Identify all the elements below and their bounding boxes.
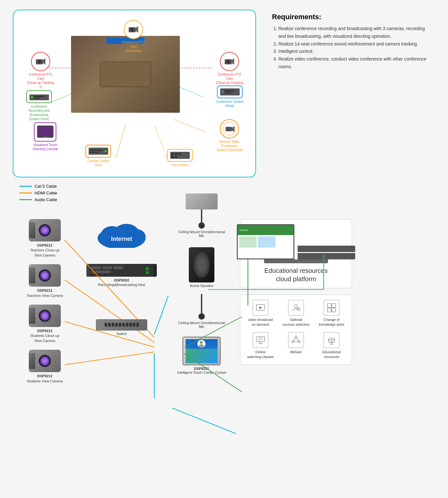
camera-lens-1 <box>39 224 51 236</box>
svg-rect-62 <box>91 271 110 273</box>
speaker-device <box>189 247 214 282</box>
camera-lens-3 <box>39 310 51 322</box>
video-broadcast-label: video broadcaston demand <box>248 317 273 327</box>
mic-base-top <box>186 193 218 209</box>
cam-closeup2-node: Conference PTZ Cam(Close-up Tracking 2) <box>215 52 244 89</box>
camera-item-4: DSP9212Students View Camera <box>13 350 77 384</box>
edu-resources-icon <box>324 332 340 348</box>
camera-body-2 <box>29 264 61 287</box>
svg-rect-22 <box>38 127 52 136</box>
touch-panel-device <box>182 337 221 365</box>
courses-label: Optimalcourses selection <box>283 317 310 327</box>
speaker-group: Active Speaker <box>189 247 214 288</box>
svg-rect-23 <box>43 136 48 138</box>
cloud-platform-title: Educational resourcescloud platform <box>245 266 347 283</box>
edu-resources-label: Educationalresources <box>322 350 341 360</box>
svg-point-63 <box>146 267 149 270</box>
recording-host-label: DSP9202Recording&Broadcasting Host <box>98 278 145 287</box>
laptop-base <box>264 259 328 263</box>
svg-point-13 <box>38 60 41 63</box>
svg-rect-74 <box>332 304 336 307</box>
camera-label-2: DSP9212Teachers View Camera <box>27 288 63 298</box>
requirement-1: Realize conference recording and broadca… <box>278 25 429 40</box>
touch-screen <box>186 339 218 363</box>
svg-point-66 <box>199 344 204 348</box>
video-matrix-node: Video Matrix <box>167 149 193 167</box>
camera-label-1: DSP9212Teachers Close-upShot Camera <box>30 243 60 258</box>
svg-rect-39 <box>171 156 174 158</box>
camera-body-3 <box>29 305 61 327</box>
svg-line-5 <box>173 119 205 132</box>
svg-marker-12 <box>43 58 45 65</box>
svg-point-32 <box>105 150 107 152</box>
speaker-cone <box>194 252 210 278</box>
cameras-column: DSP9212Teachers Close-upShot Camera DSP9… <box>13 193 77 384</box>
conference-diagram: Conference PTZ Cam(Panorama) Conference … <box>20 17 250 170</box>
svg-marker-15 <box>232 58 234 65</box>
svg-rect-75 <box>327 308 331 312</box>
feature-courses: Optimalcourses selection <box>281 300 311 327</box>
col4-inner: Website <box>237 219 352 365</box>
svg-line-4 <box>180 87 202 97</box>
recording-host-node: Conference Recording andBroadcasting Sys… <box>25 90 53 121</box>
mshare-label: Mshare <box>290 350 302 355</box>
col4: Website <box>237 193 352 365</box>
svg-rect-33 <box>90 150 102 151</box>
svg-marker-9 <box>136 26 138 33</box>
svg-marker-68 <box>259 306 262 309</box>
svg-rect-37 <box>175 153 177 155</box>
top-section: Conference PTZ Cam(Panorama) Conference … <box>0 0 448 184</box>
camera-item-3: DSP9212Students Close-upShot Camera <box>13 305 77 343</box>
svg-point-64 <box>146 271 149 274</box>
svg-line-87 <box>296 338 299 341</box>
conference-diagram-box: Conference PTZ Cam(Panorama) Conference … <box>13 10 256 177</box>
cloud-platform-box: Website <box>240 219 352 288</box>
svg-point-84 <box>292 341 294 343</box>
bottom-section: Cat-5 Cable HDMI Cable Audio Cable <box>0 184 448 485</box>
cat5-line <box>19 186 32 187</box>
switch-group: Switch <box>96 319 147 336</box>
camera-body-1 <box>29 219 61 241</box>
svg-marker-30 <box>232 126 235 132</box>
svg-point-16 <box>227 60 230 63</box>
recording-host-device <box>86 264 157 277</box>
requirements-box: Requirements: Realize conference recordi… <box>266 10 435 74</box>
svg-rect-40 <box>175 156 177 158</box>
feature-watching: Onlinewatching classes <box>245 332 276 360</box>
mshare-icon <box>288 332 304 348</box>
camera-label-3: DSP9212Students Close-upShot Camera <box>30 329 60 343</box>
svg-marker-92 <box>331 340 332 342</box>
features-box: video broadcaston demand <box>240 295 352 365</box>
requirements-title: Requirements: <box>272 13 429 21</box>
svg-point-18 <box>31 96 33 98</box>
requirement-3: Intelligent control. <box>278 48 429 55</box>
bottom-wrapper: DSP9212Teachers Close-upShot Camera DSP9… <box>13 190 435 478</box>
svg-rect-20 <box>34 98 40 99</box>
camera-body-4 <box>29 350 61 372</box>
video-broadcast-icon <box>252 300 268 316</box>
courses-icon <box>288 300 304 316</box>
svg-text:Internet: Internet <box>111 236 132 242</box>
camera-item-1: DSP9212Teachers Close-upShot Camera <box>13 219 77 258</box>
svg-rect-27 <box>225 93 231 94</box>
ceiling-mic-bottom-label: Ceiling Mount OmnidirectionalMic <box>178 321 225 329</box>
requirement-4: Realize video conference, conduct video … <box>278 55 429 71</box>
feature-mshare: Mshare <box>281 332 311 360</box>
camera-label-4: DSP9212Students View Camera <box>27 374 63 384</box>
watching-icon <box>252 332 268 348</box>
laptop-illustration: Website <box>245 224 347 263</box>
touch-console-label: DSP9221Intelligent Touch Center Consol <box>177 367 226 374</box>
features-grid: video broadcaston demand <box>245 300 347 360</box>
knowledge-label: Change ofknowledge point <box>319 317 344 327</box>
touch-console-node: Visualized TouchDirecting Console <box>33 122 58 151</box>
svg-rect-59 <box>91 266 101 269</box>
feature-edu-resources: Educationalresources <box>316 332 347 360</box>
recording-host-group: DSP9202Recording&Broadcasting Host <box>86 254 157 287</box>
feature-knowledge: Change ofknowledge point <box>316 300 347 327</box>
svg-line-6 <box>116 126 125 158</box>
col3-inner: Ceiling Mount OmnidirectionalMic Active … <box>166 193 237 374</box>
svg-line-49 <box>172 408 236 434</box>
remote-conf-node: Remote Video ConferenceSystem (Terminal) <box>215 119 244 152</box>
server-box-2 <box>298 253 355 259</box>
ceiling-mic-top: Ceiling Mount OmnidirectionalMic <box>178 193 225 238</box>
